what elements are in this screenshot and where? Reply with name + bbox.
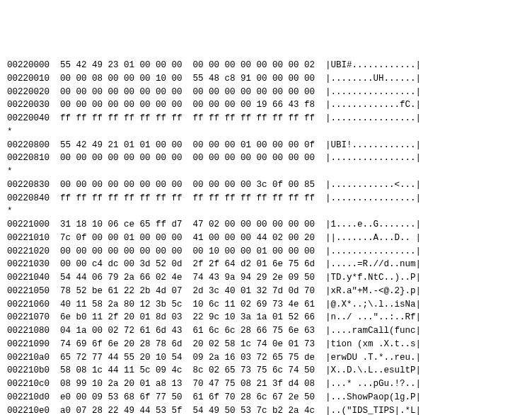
hexdump-view: 00220000 55 42 49 23 01 00 00 00 00 00 0… xyxy=(7,59,525,415)
